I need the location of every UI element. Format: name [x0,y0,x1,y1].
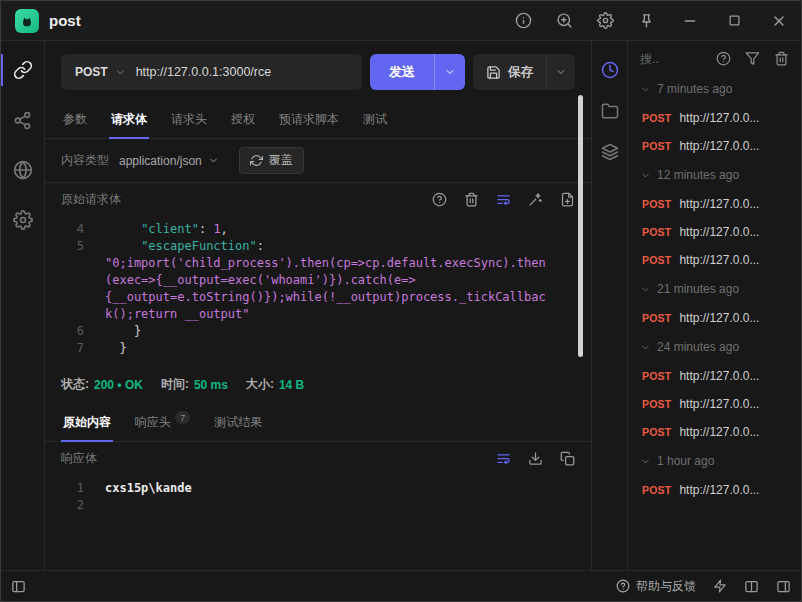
request-body-editor[interactable]: 4 "client": 1,5 "escapeFunction":"0;impo… [45,216,591,364]
history-entry-method: POST [642,312,671,324]
code-line: 2 [45,497,591,514]
panel-right-icon[interactable] [776,579,791,594]
history-entry[interactable]: POSThttp://127.0.0... [628,476,801,504]
history-group-label: 7 minutes ago [657,82,732,96]
prettify-wand-icon[interactable] [528,192,543,207]
minimize-icon[interactable] [682,13,698,29]
history-entry-method: POST [642,370,671,382]
collections-folder-icon[interactable] [601,102,619,120]
file-plus-icon[interactable] [560,192,575,207]
response-meta: 状态:200 • OK 时间:50 ms 大小:14 B [45,364,591,405]
history-search-input[interactable] [640,52,702,66]
maximize-icon[interactable] [727,13,742,28]
send-button[interactable]: 发送 [370,54,465,90]
history-group-label: 21 minutes ago [657,282,739,296]
app-title: post [49,12,81,29]
history-group-header[interactable]: 7 minutes ago [628,74,801,104]
tab-raw-response[interactable]: 原始内容 [51,405,123,441]
nav-settings-gear-icon[interactable] [1,207,45,233]
line-number [45,306,97,323]
columns-layout-icon[interactable] [744,579,759,594]
help-circle-icon[interactable] [432,192,447,207]
clear-history-trash-icon[interactable] [774,51,789,66]
history-entry[interactable]: POSThttp://127.0.0... [628,190,801,218]
history-entry[interactable]: POSThttp://127.0.0... [628,418,801,446]
info-icon[interactable] [515,12,532,29]
tab-headers[interactable]: 请求头 [159,102,219,138]
request-tabs: 参数 请求体 请求头 授权 预请求脚本 测试 [45,102,591,139]
history-entry[interactable]: POSThttp://127.0.0... [628,304,801,332]
titlebar-settings-gear-icon[interactable] [597,12,614,29]
save-button[interactable]: 保存 [473,54,575,90]
save-options-chevron-icon[interactable] [547,54,575,90]
wrap-lines-icon[interactable] [496,192,511,207]
history-group-header[interactable]: 12 minutes ago [628,160,801,190]
code-text: "escapeFunction": [97,238,264,255]
main-scrollbar[interactable] [578,95,583,357]
time-label: 时间: [161,376,189,393]
history-group-header[interactable]: 21 minutes ago [628,274,801,304]
nav-realtime-globe-icon[interactable] [1,157,45,183]
nav-rest-link-icon[interactable] [1,57,45,83]
tab-tests[interactable]: 测试 [351,102,399,138]
history-group-header[interactable]: 1 hour ago [628,446,801,476]
history-group-header[interactable]: 24 minutes ago [628,332,801,362]
tab-test-results[interactable]: 测试结果 [202,405,274,441]
history-entry-method: POST [642,398,671,410]
history-clock-icon[interactable] [601,61,619,79]
method-select[interactable]: POST [61,54,136,90]
statusbar: 帮助与反馈 [1,570,801,601]
code-line: 6 } [45,323,591,340]
response-body-header: 响应体 [45,442,591,475]
tab-params[interactable]: 参数 [51,102,99,138]
filter-icon[interactable] [745,51,760,66]
history-entry[interactable]: POSThttp://127.0.0... [628,362,801,390]
copy-icon[interactable] [560,451,575,466]
headers-count-badge: 7 [175,411,190,424]
code-line: {__output=e.toString()});while(!__output… [45,289,591,306]
override-label: 覆盖 [269,152,293,169]
chevron-down-icon [640,84,651,95]
history-entry[interactable]: POSThttp://127.0.0... [628,104,801,132]
shortcuts-zap-icon[interactable] [713,579,727,593]
pin-icon[interactable] [638,12,655,29]
chevron-down-icon [208,155,219,166]
help-feedback-button[interactable]: 帮助与反馈 [616,578,696,595]
nav-graphql-icon[interactable] [1,107,45,133]
close-icon[interactable] [771,13,787,29]
override-button[interactable]: 覆盖 [239,147,304,174]
zoom-in-icon[interactable] [556,12,573,29]
history-entry-method: POST [642,140,671,152]
history-entry[interactable]: POSThttp://127.0.0... [628,218,801,246]
content-type-select[interactable]: application/json [119,154,219,168]
refresh-icon [250,154,263,167]
history-entry[interactable]: POSThttp://127.0.0... [628,246,801,274]
wrap-lines-icon[interactable] [496,451,511,466]
url-input[interactable] [136,54,362,90]
history-entry[interactable]: POSThttp://127.0.0... [628,132,801,160]
side-panel-nav [591,41,627,570]
code-line: 4 "client": 1, [45,221,591,238]
help-circle-icon[interactable] [716,51,731,66]
tab-response-headers[interactable]: 响应头7 [123,405,202,441]
save-label: 保存 [508,64,533,81]
history-entry-method: POST [642,484,671,496]
content-type-row: 内容类型 application/json 覆盖 [45,139,591,183]
history-group-label: 12 minutes ago [657,168,739,182]
size-label: 大小: [246,376,274,393]
code-text: {__output=e.toString()});while(!__output… [97,289,546,306]
tab-authorization[interactable]: 授权 [219,102,267,138]
chevron-down-icon [640,284,651,295]
history-entry-url: http://127.0.0... [679,397,759,411]
tab-body[interactable]: 请求体 [99,102,159,138]
send-options-chevron-icon[interactable] [435,54,465,90]
clear-trash-icon[interactable] [464,192,479,207]
download-icon[interactable] [528,451,543,466]
environments-layers-icon[interactable] [601,143,619,161]
tab-pre-request-script[interactable]: 预请求脚本 [267,102,351,138]
raw-body-label: 原始请求体 [61,191,121,208]
chevron-down-icon [640,342,651,353]
history-entry[interactable]: POSThttp://127.0.0... [628,390,801,418]
sidebar-toggle-icon[interactable] [11,579,26,594]
response-body-viewer[interactable]: 1cxs15p\kande2 [45,475,591,570]
